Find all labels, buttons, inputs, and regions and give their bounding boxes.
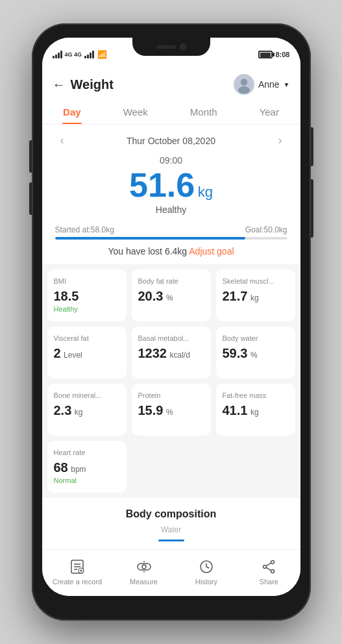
metric-protein-unit: %: [166, 408, 173, 417]
svg-point-0: [241, 79, 248, 86]
metric-bone-unit: kg: [75, 408, 83, 417]
bottom-nav: Create a record Measure: [42, 549, 300, 596]
measurement-time: 09:00: [42, 155, 300, 166]
tabs-row: Day Week Month Year: [42, 100, 300, 125]
status-right: 8:08: [258, 51, 289, 58]
body-composition-title: Body composition: [42, 498, 300, 525]
weight-unit: kg: [198, 184, 213, 200]
svg-point-15: [263, 565, 267, 568]
back-button[interactable]: ← Weight: [53, 77, 114, 92]
carrier-text: 4G 4G: [65, 51, 82, 58]
metrics-grid: BMI 18.5 Healthy Body fat rate 20.3 % Sk…: [42, 264, 300, 498]
wifi-icon: 📶: [97, 50, 107, 59]
user-name: Anne: [258, 79, 280, 90]
metric-visceral-unit: Level: [64, 351, 82, 360]
time-display: 8:08: [275, 51, 289, 58]
metric-bone-label: Bone mineral...: [54, 391, 120, 399]
metric-skeletal-label: Skeletal muscl...: [223, 277, 289, 285]
signal-icon: [53, 51, 62, 58]
scroll-content: ‹ Thur October 08,2020 › 09:00 51.6 kg H…: [42, 125, 300, 549]
body-composition-section: Body composition Water: [42, 498, 300, 549]
metric-visceral-label: Visceral fat: [54, 334, 120, 342]
metric-bmi[interactable]: BMI 18.5 Healthy: [47, 269, 127, 321]
metric-visceral[interactable]: Visceral fat 2 Level: [47, 327, 127, 378]
metric-basal-unit: kcal/d: [169, 351, 189, 360]
tab-month[interactable]: Month: [180, 100, 228, 124]
metric-body-fat-value: 20.3: [138, 289, 164, 303]
battery-icon: [258, 51, 273, 58]
avatar: [234, 74, 254, 95]
lost-text: You have lost 6.4kg Adjust goal: [55, 246, 287, 256]
metric-body-water-label: Body water: [223, 334, 289, 342]
app-header: ← Weight Anne ▼: [42, 66, 300, 100]
metric-visceral-value: 2: [54, 346, 61, 360]
nav-history[interactable]: History: [186, 558, 227, 586]
metric-bone[interactable]: Bone mineral... 2.3 kg: [47, 384, 127, 436]
page-title: Weight: [71, 77, 114, 92]
adjust-goal-link[interactable]: Adjust goal: [189, 246, 234, 256]
metric-bmi-label: BMI: [54, 277, 120, 285]
tab-week[interactable]: Week: [113, 100, 158, 124]
metric-protein-label: Protein: [138, 391, 204, 399]
nav-create-record[interactable]: Create a record: [53, 558, 102, 586]
weight-display: 09:00 51.6 kg Healthy: [42, 153, 300, 220]
metric-body-fat[interactable]: Body fat rate 20.3 %: [132, 269, 211, 321]
metric-protein-value: 15.9: [138, 403, 164, 417]
status-bar: 4G 4G 📶 8:08: [42, 38, 300, 66]
body-composition-subtitle: Water: [42, 525, 300, 539]
svg-point-14: [271, 560, 275, 564]
metric-heart-rate-unit: bpm: [71, 465, 86, 474]
share-icon: [260, 558, 277, 575]
metric-fat-free-unit: kg: [250, 408, 259, 417]
metric-fat-free-label: Fat-free mass: [223, 391, 289, 399]
prev-date-button[interactable]: ‹: [55, 131, 69, 150]
back-arrow-icon: ←: [53, 77, 66, 92]
dropdown-arrow-icon: ▼: [284, 81, 290, 88]
metric-bmi-value: 18.5: [54, 289, 79, 303]
date-navigation: ‹ Thur October 08,2020 ›: [42, 125, 300, 153]
svg-line-17: [266, 563, 271, 566]
progress-bar: [55, 237, 287, 240]
metric-body-water-unit: %: [250, 351, 258, 360]
nav-share[interactable]: Share: [248, 558, 289, 586]
metric-heart-rate-value: 68: [54, 460, 68, 475]
create-record-icon: [69, 558, 86, 575]
start-label: Started at:58.0kg: [55, 225, 114, 234]
metric-basal-label: Basal metabol...: [138, 334, 204, 342]
metric-basal-value: 1232: [138, 346, 167, 360]
tab-year[interactable]: Year: [249, 100, 289, 124]
user-selector[interactable]: Anne ▼: [234, 74, 290, 95]
metric-body-fat-label: Body fat rate: [138, 277, 204, 285]
nav-share-label: Share: [260, 578, 278, 586]
svg-point-1: [238, 86, 250, 93]
metric-fat-free[interactable]: Fat-free mass 41.1 kg: [216, 384, 295, 436]
nav-measure[interactable]: Measure: [123, 558, 165, 586]
history-icon: [198, 558, 215, 575]
progress-section: Started at:58.0kg Goal:50.0kg You have l…: [42, 220, 300, 264]
current-date: Thur October 08,2020: [127, 136, 215, 146]
metric-heart-rate-label: Heart rate: [54, 449, 120, 456]
weight-status: Healthy: [42, 204, 300, 215]
metric-bmi-status: Healthy: [54, 305, 120, 313]
metric-skeletal-unit: kg: [250, 293, 259, 303]
svg-point-16: [271, 569, 275, 573]
metric-heart-rate-status: Normal: [54, 477, 120, 484]
carrier-info: 4G 4G 📶: [53, 50, 108, 59]
metric-body-fat-unit: %: [166, 293, 173, 303]
tab-day[interactable]: Day: [53, 100, 92, 124]
metric-heart-rate[interactable]: Heart rate 68 bpm Normal: [47, 441, 127, 493]
metric-protein[interactable]: Protein 15.9 %: [132, 384, 211, 436]
metric-skeletal[interactable]: Skeletal muscl... 21.7 kg: [216, 269, 295, 321]
metric-bone-value: 2.3: [54, 403, 72, 417]
nav-measure-label: Measure: [130, 578, 158, 586]
metric-skeletal-value: 21.7: [223, 289, 248, 303]
nav-create-label: Create a record: [53, 578, 102, 586]
next-date-button[interactable]: ›: [273, 131, 287, 150]
metric-body-water[interactable]: Body water 59.3 %: [216, 327, 295, 378]
metric-body-water-value: 59.3: [223, 346, 248, 360]
signal-icon-2: [84, 51, 94, 58]
svg-line-18: [266, 567, 271, 571]
metric-basal[interactable]: Basal metabol... 1232 kcal/d: [132, 327, 211, 378]
goal-label: Goal:50.0kg: [245, 225, 287, 234]
metric-fat-free-value: 41.1: [223, 403, 248, 417]
